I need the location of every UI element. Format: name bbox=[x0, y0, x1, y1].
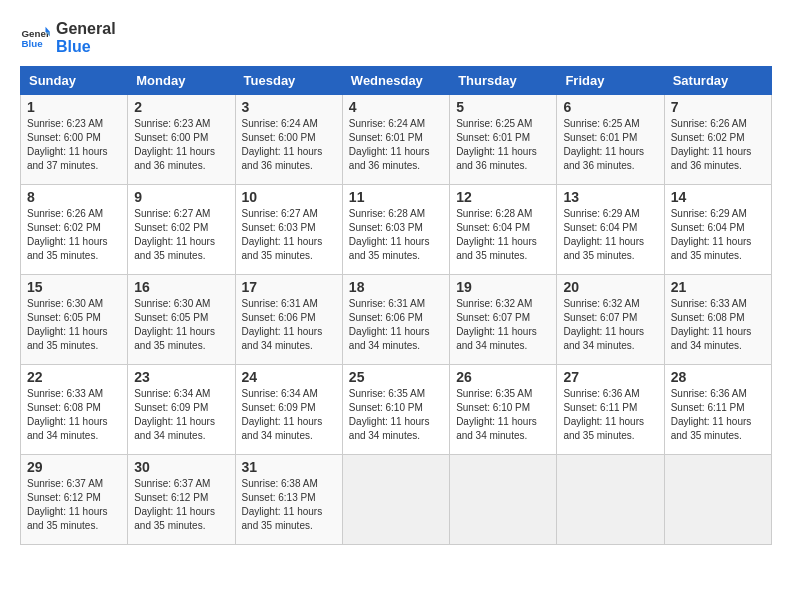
calendar-cell: 25Sunrise: 6:35 AM Sunset: 6:10 PM Dayli… bbox=[342, 365, 449, 455]
calendar-cell: 29Sunrise: 6:37 AM Sunset: 6:12 PM Dayli… bbox=[21, 455, 128, 545]
calendar-week-4: 15Sunrise: 6:30 AM Sunset: 6:05 PM Dayli… bbox=[21, 275, 772, 365]
header-day-sunday: Sunday bbox=[21, 67, 128, 95]
calendar-cell: 28Sunrise: 6:36 AM Sunset: 6:11 PM Dayli… bbox=[664, 365, 771, 455]
day-info: Sunrise: 6:35 AM Sunset: 6:10 PM Dayligh… bbox=[349, 387, 443, 443]
logo: General Blue General Blue bbox=[20, 20, 116, 56]
calendar-cell: 3Sunrise: 6:24 AM Sunset: 6:00 PM Daylig… bbox=[235, 95, 342, 185]
day-info: Sunrise: 6:23 AM Sunset: 6:00 PM Dayligh… bbox=[27, 117, 121, 173]
day-number: 6 bbox=[563, 99, 657, 115]
logo-icon: General Blue bbox=[20, 23, 50, 53]
calendar-cell: 16Sunrise: 6:30 AM Sunset: 6:05 PM Dayli… bbox=[128, 275, 235, 365]
day-number: 24 bbox=[242, 369, 336, 385]
day-info: Sunrise: 6:31 AM Sunset: 6:06 PM Dayligh… bbox=[349, 297, 443, 353]
day-info: Sunrise: 6:29 AM Sunset: 6:04 PM Dayligh… bbox=[563, 207, 657, 263]
calendar-cell: 17Sunrise: 6:31 AM Sunset: 6:06 PM Dayli… bbox=[235, 275, 342, 365]
calendar-cell bbox=[342, 455, 449, 545]
day-number: 10 bbox=[242, 189, 336, 205]
day-number: 16 bbox=[134, 279, 228, 295]
day-info: Sunrise: 6:37 AM Sunset: 6:12 PM Dayligh… bbox=[27, 477, 121, 533]
day-info: Sunrise: 6:24 AM Sunset: 6:01 PM Dayligh… bbox=[349, 117, 443, 173]
day-info: Sunrise: 6:32 AM Sunset: 6:07 PM Dayligh… bbox=[456, 297, 550, 353]
calendar-cell: 22Sunrise: 6:33 AM Sunset: 6:08 PM Dayli… bbox=[21, 365, 128, 455]
header-day-tuesday: Tuesday bbox=[235, 67, 342, 95]
day-number: 17 bbox=[242, 279, 336, 295]
day-number: 27 bbox=[563, 369, 657, 385]
day-number: 20 bbox=[563, 279, 657, 295]
day-info: Sunrise: 6:31 AM Sunset: 6:06 PM Dayligh… bbox=[242, 297, 336, 353]
calendar-cell: 30Sunrise: 6:37 AM Sunset: 6:12 PM Dayli… bbox=[128, 455, 235, 545]
day-number: 13 bbox=[563, 189, 657, 205]
header-row: SundayMondayTuesdayWednesdayThursdayFrid… bbox=[21, 67, 772, 95]
day-number: 14 bbox=[671, 189, 765, 205]
day-info: Sunrise: 6:33 AM Sunset: 6:08 PM Dayligh… bbox=[27, 387, 121, 443]
day-number: 1 bbox=[27, 99, 121, 115]
calendar-cell: 6Sunrise: 6:25 AM Sunset: 6:01 PM Daylig… bbox=[557, 95, 664, 185]
page-header: General Blue General Blue bbox=[20, 20, 772, 56]
calendar-cell: 23Sunrise: 6:34 AM Sunset: 6:09 PM Dayli… bbox=[128, 365, 235, 455]
calendar-cell: 14Sunrise: 6:29 AM Sunset: 6:04 PM Dayli… bbox=[664, 185, 771, 275]
header-day-thursday: Thursday bbox=[450, 67, 557, 95]
day-info: Sunrise: 6:38 AM Sunset: 6:13 PM Dayligh… bbox=[242, 477, 336, 533]
day-info: Sunrise: 6:23 AM Sunset: 6:00 PM Dayligh… bbox=[134, 117, 228, 173]
day-number: 26 bbox=[456, 369, 550, 385]
calendar-cell: 8Sunrise: 6:26 AM Sunset: 6:02 PM Daylig… bbox=[21, 185, 128, 275]
calendar-cell: 31Sunrise: 6:38 AM Sunset: 6:13 PM Dayli… bbox=[235, 455, 342, 545]
day-number: 3 bbox=[242, 99, 336, 115]
calendar-cell: 15Sunrise: 6:30 AM Sunset: 6:05 PM Dayli… bbox=[21, 275, 128, 365]
day-info: Sunrise: 6:32 AM Sunset: 6:07 PM Dayligh… bbox=[563, 297, 657, 353]
day-info: Sunrise: 6:34 AM Sunset: 6:09 PM Dayligh… bbox=[134, 387, 228, 443]
calendar-cell: 7Sunrise: 6:26 AM Sunset: 6:02 PM Daylig… bbox=[664, 95, 771, 185]
day-number: 4 bbox=[349, 99, 443, 115]
day-info: Sunrise: 6:30 AM Sunset: 6:05 PM Dayligh… bbox=[27, 297, 121, 353]
calendar-cell: 1Sunrise: 6:23 AM Sunset: 6:00 PM Daylig… bbox=[21, 95, 128, 185]
calendar-cell: 26Sunrise: 6:35 AM Sunset: 6:10 PM Dayli… bbox=[450, 365, 557, 455]
day-number: 11 bbox=[349, 189, 443, 205]
calendar-week-2: 1Sunrise: 6:23 AM Sunset: 6:00 PM Daylig… bbox=[21, 95, 772, 185]
day-number: 21 bbox=[671, 279, 765, 295]
day-number: 22 bbox=[27, 369, 121, 385]
calendar-week-3: 8Sunrise: 6:26 AM Sunset: 6:02 PM Daylig… bbox=[21, 185, 772, 275]
calendar-cell: 5Sunrise: 6:25 AM Sunset: 6:01 PM Daylig… bbox=[450, 95, 557, 185]
calendar-cell: 11Sunrise: 6:28 AM Sunset: 6:03 PM Dayli… bbox=[342, 185, 449, 275]
header-day-wednesday: Wednesday bbox=[342, 67, 449, 95]
day-number: 5 bbox=[456, 99, 550, 115]
day-number: 15 bbox=[27, 279, 121, 295]
day-number: 19 bbox=[456, 279, 550, 295]
header-day-saturday: Saturday bbox=[664, 67, 771, 95]
day-info: Sunrise: 6:29 AM Sunset: 6:04 PM Dayligh… bbox=[671, 207, 765, 263]
day-info: Sunrise: 6:26 AM Sunset: 6:02 PM Dayligh… bbox=[671, 117, 765, 173]
calendar-table: SundayMondayTuesdayWednesdayThursdayFrid… bbox=[20, 66, 772, 545]
calendar-cell: 27Sunrise: 6:36 AM Sunset: 6:11 PM Dayli… bbox=[557, 365, 664, 455]
day-number: 18 bbox=[349, 279, 443, 295]
calendar-cell: 24Sunrise: 6:34 AM Sunset: 6:09 PM Dayli… bbox=[235, 365, 342, 455]
day-info: Sunrise: 6:28 AM Sunset: 6:04 PM Dayligh… bbox=[456, 207, 550, 263]
header-day-monday: Monday bbox=[128, 67, 235, 95]
calendar-cell: 4Sunrise: 6:24 AM Sunset: 6:01 PM Daylig… bbox=[342, 95, 449, 185]
calendar-week-5: 22Sunrise: 6:33 AM Sunset: 6:08 PM Dayli… bbox=[21, 365, 772, 455]
calendar-cell: 20Sunrise: 6:32 AM Sunset: 6:07 PM Dayli… bbox=[557, 275, 664, 365]
calendar-cell: 10Sunrise: 6:27 AM Sunset: 6:03 PM Dayli… bbox=[235, 185, 342, 275]
calendar-cell: 13Sunrise: 6:29 AM Sunset: 6:04 PM Dayli… bbox=[557, 185, 664, 275]
day-number: 28 bbox=[671, 369, 765, 385]
day-info: Sunrise: 6:33 AM Sunset: 6:08 PM Dayligh… bbox=[671, 297, 765, 353]
header-day-friday: Friday bbox=[557, 67, 664, 95]
day-number: 8 bbox=[27, 189, 121, 205]
day-number: 29 bbox=[27, 459, 121, 475]
calendar-cell: 21Sunrise: 6:33 AM Sunset: 6:08 PM Dayli… bbox=[664, 275, 771, 365]
day-info: Sunrise: 6:25 AM Sunset: 6:01 PM Dayligh… bbox=[563, 117, 657, 173]
calendar-cell: 12Sunrise: 6:28 AM Sunset: 6:04 PM Dayli… bbox=[450, 185, 557, 275]
day-info: Sunrise: 6:28 AM Sunset: 6:03 PM Dayligh… bbox=[349, 207, 443, 263]
svg-text:Blue: Blue bbox=[22, 38, 44, 49]
day-number: 2 bbox=[134, 99, 228, 115]
day-info: Sunrise: 6:34 AM Sunset: 6:09 PM Dayligh… bbox=[242, 387, 336, 443]
calendar-cell bbox=[450, 455, 557, 545]
calendar-cell: 2Sunrise: 6:23 AM Sunset: 6:00 PM Daylig… bbox=[128, 95, 235, 185]
calendar-cell: 18Sunrise: 6:31 AM Sunset: 6:06 PM Dayli… bbox=[342, 275, 449, 365]
calendar-cell bbox=[557, 455, 664, 545]
day-number: 31 bbox=[242, 459, 336, 475]
day-info: Sunrise: 6:25 AM Sunset: 6:01 PM Dayligh… bbox=[456, 117, 550, 173]
calendar-cell: 9Sunrise: 6:27 AM Sunset: 6:02 PM Daylig… bbox=[128, 185, 235, 275]
day-info: Sunrise: 6:36 AM Sunset: 6:11 PM Dayligh… bbox=[671, 387, 765, 443]
day-number: 7 bbox=[671, 99, 765, 115]
day-info: Sunrise: 6:37 AM Sunset: 6:12 PM Dayligh… bbox=[134, 477, 228, 533]
